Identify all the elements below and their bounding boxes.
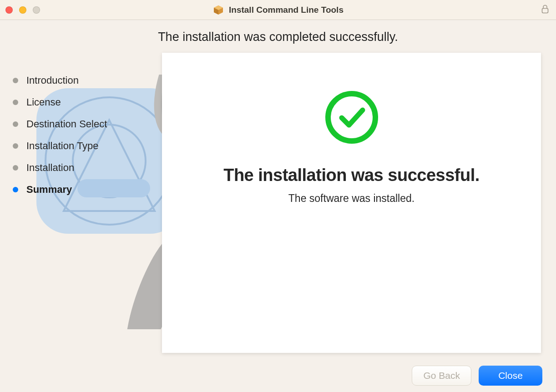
step-dot-icon xyxy=(13,187,18,192)
footer-buttons: Go Back Close xyxy=(412,366,542,386)
step-label: Destination Select xyxy=(26,118,107,130)
lock-icon[interactable] xyxy=(541,4,550,16)
step-installation: Installation xyxy=(13,162,158,174)
step-license: License xyxy=(13,96,158,108)
step-label: Introduction xyxy=(26,75,79,86)
success-title: The installation was successful. xyxy=(223,166,480,185)
step-dot-icon xyxy=(13,165,18,171)
step-introduction: Introduction xyxy=(13,75,158,86)
package-icon xyxy=(212,3,224,17)
step-label: Summary xyxy=(26,184,72,196)
window-traffic-lights xyxy=(5,6,40,14)
titlebar-title: Install Command Line Tools xyxy=(212,3,344,17)
fullscreen-window-button xyxy=(33,6,40,14)
svg-rect-0 xyxy=(542,8,548,13)
step-label: Installation xyxy=(26,162,74,174)
step-dot-icon xyxy=(13,121,18,127)
close-window-button[interactable] xyxy=(5,6,13,14)
close-button[interactable]: Close xyxy=(479,366,542,386)
step-destination-select: Destination Select xyxy=(13,118,158,130)
step-label: Installation Type xyxy=(26,140,99,152)
step-label: License xyxy=(26,96,61,108)
success-subtitle: The software was installed. xyxy=(288,192,414,205)
titlebar: Install Command Line Tools xyxy=(0,0,556,20)
step-summary: Summary xyxy=(13,184,158,196)
steps-sidebar: Introduction License Destination Select … xyxy=(13,75,158,206)
window-title: Install Command Line Tools xyxy=(229,5,344,15)
summary-card: The installation was successful. The sof… xyxy=(162,53,541,353)
go-back-button: Go Back xyxy=(412,366,471,386)
success-checkmark-icon xyxy=(323,89,380,147)
step-installation-type: Installation Type xyxy=(13,140,158,152)
step-dot-icon xyxy=(13,100,18,105)
step-dot-icon xyxy=(13,78,18,83)
minimize-window-button[interactable] xyxy=(19,6,26,14)
step-dot-icon xyxy=(13,143,18,149)
svg-point-9 xyxy=(328,94,375,141)
page-heading: The installation was completed successfu… xyxy=(0,30,556,44)
